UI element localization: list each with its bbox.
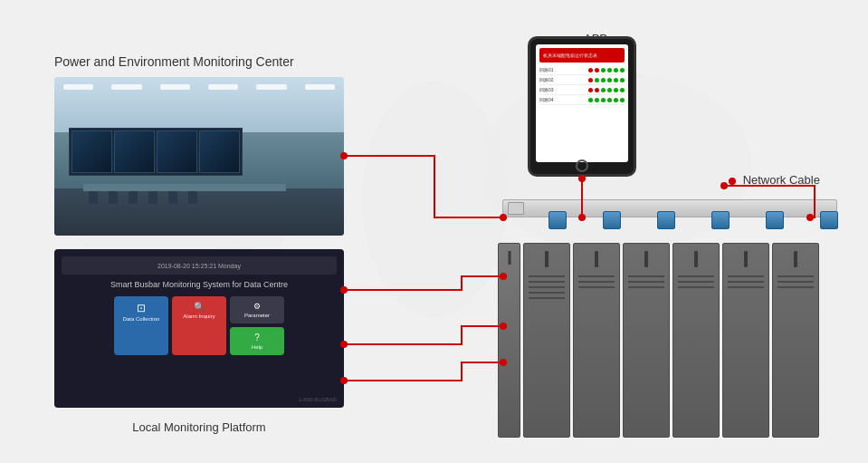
tablet-row: 回路03	[539, 85, 625, 95]
cabinet	[722, 243, 769, 438]
busbar-left-connector	[508, 202, 524, 215]
tapoff-unit	[657, 211, 675, 229]
sw-btn-parameter[interactable]: ⚙ Parameter	[230, 296, 284, 323]
tapoff-unit	[711, 211, 730, 229]
tablet-row: 回路04	[539, 95, 625, 105]
tapoff-unit	[548, 211, 567, 229]
control-unit	[498, 243, 520, 438]
software-footer: 1-800-BUSBAR	[299, 397, 337, 402]
local-platform-caption: Local Monitoring Platform	[54, 420, 344, 434]
tapoff-unit	[603, 211, 621, 229]
tablet-home-button[interactable]	[576, 159, 588, 172]
cabinet-row	[498, 243, 837, 438]
network-cable-label: Network Cable	[729, 173, 820, 187]
software-title: Smart Busbar Monitoring System for Data …	[62, 280, 337, 289]
sw-btn-help[interactable]: ? Help	[230, 327, 284, 355]
monitoring-center-image	[54, 77, 344, 236]
tablet-screen-title: 机房末端配电箱运行状态表	[543, 53, 597, 58]
app-tablet: 机房末端配电箱运行状态表 回路01 回路02 回路	[528, 36, 636, 177]
hardware-section	[489, 199, 837, 438]
cabinet	[772, 243, 819, 438]
tapoff-unit	[820, 211, 838, 229]
software-header-date: 2019-08-20 15:25:21 Monday	[67, 263, 331, 269]
busbar-rail	[502, 199, 837, 217]
tapoff-unit	[766, 211, 784, 229]
power-monitoring-title: Power and Environment Monitoring Center	[54, 54, 294, 69]
tablet-row: 回路02	[539, 75, 625, 85]
sw-btn-data-collection[interactable]: ⊡ Data Collection	[114, 296, 168, 355]
cabinet	[623, 243, 670, 438]
cabinet	[672, 243, 720, 438]
tablet-row: 回路01	[539, 65, 625, 75]
sw-btn-alarm-inquiry[interactable]: 🔍 Alarm Inquiry	[172, 296, 226, 355]
local-platform-image: 2019-08-20 15:25:21 Monday Smart Busbar …	[54, 249, 344, 408]
cabinet	[573, 243, 620, 438]
cabinet	[523, 243, 570, 438]
tapoff-connectors	[548, 211, 838, 229]
